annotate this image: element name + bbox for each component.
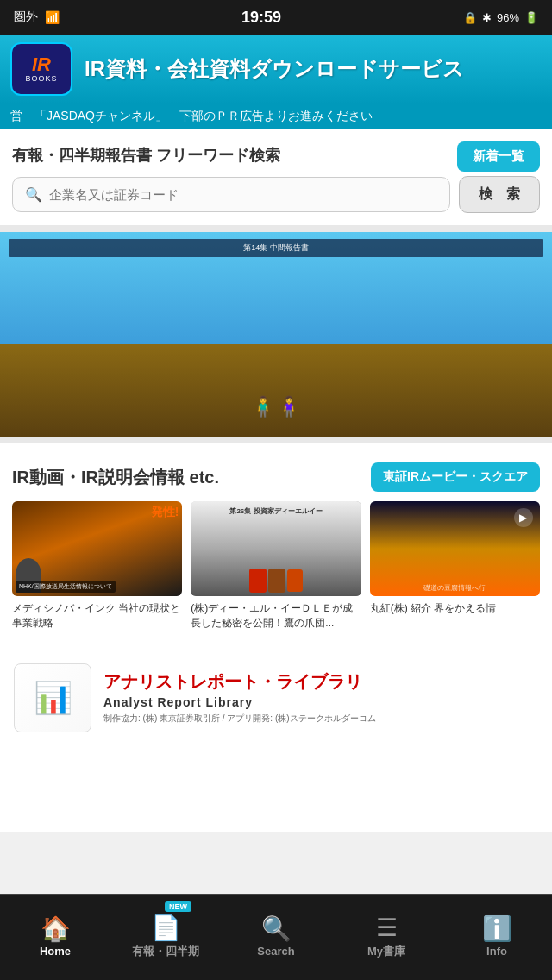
menu-icon: ☰ [376,916,398,940]
lock-icon: 🔒 [463,11,477,24]
new-arrivals-button[interactable]: 新着一覧 [457,141,540,172]
battery-text: 96% [497,11,519,24]
analyst-logo: 📊 [14,663,91,732]
search-magnifier-icon: 🔍 [25,186,42,203]
logo-books: BOOKS [25,74,57,83]
nav-item-mybookshelf[interactable]: ☰ My書庫 [331,895,442,980]
nav-label-mybookshelf: My書庫 [367,944,405,959]
main-content: 新着一覧 有報・四半期報告書 フリーワード検索 🔍 検 索 一覧 任意開示資料 … [0,129,552,832]
divider-1 [0,225,552,232]
video-thumb-medicinova: 発性! NHK/国際放送局生活情報について [12,501,182,596]
nav-label-quarterly: 有報・四半期 [132,944,199,959]
marquee-banner: 営 「JASDAQチャンネル」 下部のＰＲ広告よりお進みください [0,104,552,129]
tse-button[interactable]: 東証IRムービー・スクエア [371,462,540,492]
nav-label-search: Search [257,945,294,958]
cards-row: 第14集 中期報告書 キリン堂 第14集 中間報告書 🧍‍♂️🧍‍♀️ コージツ [12,283,540,424]
battery-icon: 🔋 [524,11,538,24]
status-bar: 圏外 📶 19:59 🔒 ✱ 96% 🔋 [0,0,552,35]
card-thumb-kojitsu: 第14集 中間報告書 🧍‍♂️🧍‍♀️ [180,283,340,404]
search-input-wrap: 🔍 [12,177,450,212]
fire-icon: 発性! [151,505,179,520]
nav-item-info[interactable]: ℹ️ Info [442,895,552,980]
nav-item-search[interactable]: 🔍 Search [221,895,331,980]
video-label-dle: (株)ディー・エル・イーＤＬＥが成長した秘密を公開！鷹の爪団... [191,601,361,631]
app-logo: IR BOOKS [10,42,72,96]
analyst-text: アナリストレポート・ライブラリ Analyst Report Library 制… [104,670,538,725]
wifi-icon: 📶 [45,10,60,24]
chart-icon: 📊 [34,680,72,716]
home-icon: 🏠 [41,917,71,941]
video-item-dle[interactable]: 第26集 投資家ディーエルイー (株)ディー・エル・イーＤＬＥが成長した秘密を公… [191,501,361,631]
bottom-nav: 🏠 Home NEW 📄 有報・四半期 🔍 Search ☰ My書庫 ℹ️ I… [0,894,552,980]
nav-item-home[interactable]: 🏠 Home [0,895,110,980]
app-title: IR資料・会社資料ダウンロードサービス [85,55,542,83]
search-nav-icon: 🔍 [261,917,292,941]
video-label-medicinova: メディシノバ・インク 当社の現状と事業戦略 [12,601,182,631]
status-time: 19:59 [242,9,281,27]
status-right: 🔒 ✱ 96% 🔋 [463,11,538,24]
card-item-kojitsu[interactable]: 第14集 中間報告書 🧍‍♂️🧍‍♀️ コージツ [180,283,340,424]
nav-badge-quarterly: NEW [165,901,191,912]
divider-2 [0,437,552,443]
info-icon: ℹ️ [482,917,512,941]
nav-item-quarterly[interactable]: NEW 📄 有報・四半期 [110,895,221,980]
analyst-credit: 制作協力: (株) 東京証券取引所 / アプリ開発: (株)ステークホルダーコム [104,713,538,725]
video-item-medicinova[interactable]: 発性! NHK/国際放送局生活情報について メディシノバ・インク 当社の現状と事… [12,501,182,631]
search-section: 新着一覧 有報・四半期報告書 フリーワード検索 🔍 検 索 [0,129,552,225]
doc-icon: 📄 [151,916,181,940]
nav-label-info: Info [486,945,507,958]
bluetooth-icon: ✱ [482,11,492,24]
voluntary-section: 一覧 任意開示資料 第14集 中期報告書 キリン堂 第14集 中間報告書 🧍‍♂… [0,232,552,437]
video-caption-1: NHK/国際放送局生活情報について [16,581,116,593]
status-left: 圏外 📶 [14,9,60,25]
videos-row: 発性! NHK/国際放送局生活情報について メディシノバ・インク 当社の現状と事… [12,501,540,631]
search-button[interactable]: 検 索 [459,176,540,213]
video-thumb-dle: 第26集 投資家ディーエルイー [191,501,361,596]
search-input[interactable] [49,187,437,202]
nav-label-home: Home [40,945,71,958]
analyst-section[interactable]: 📊 アナリストレポート・ライブラリ Analyst Report Library… [0,650,552,746]
analyst-title-en: Analyst Report Library [104,695,538,709]
app-header: IR BOOKS IR資料・会社資料ダウンロードサービス [0,35,552,104]
logo-ir: IR [32,55,51,74]
video-label-marubeni: 丸紅(株) 紹介 界をかえる情 [370,601,540,616]
video-item-marubeni[interactable]: ▶ 礎道の豆腐情報へ行 丸紅(株) 紹介 界をかえる情 [370,501,540,631]
analyst-title-jp: アナリストレポート・ライブラリ [104,670,538,694]
search-row: 🔍 検 索 [12,176,540,213]
carrier-text: 圏外 [14,9,38,25]
marquee-text: 営 「JASDAQチャンネル」 下部のＰＲ広告よりお進みください [10,109,373,122]
ir-section: 東証IRムービー・スクエア IR動画・IR説明会情報 etc. 発性! NHK/… [0,450,552,643]
video-thumb-marubeni: ▶ 礎道の豆腐情報へ行 [370,501,540,596]
